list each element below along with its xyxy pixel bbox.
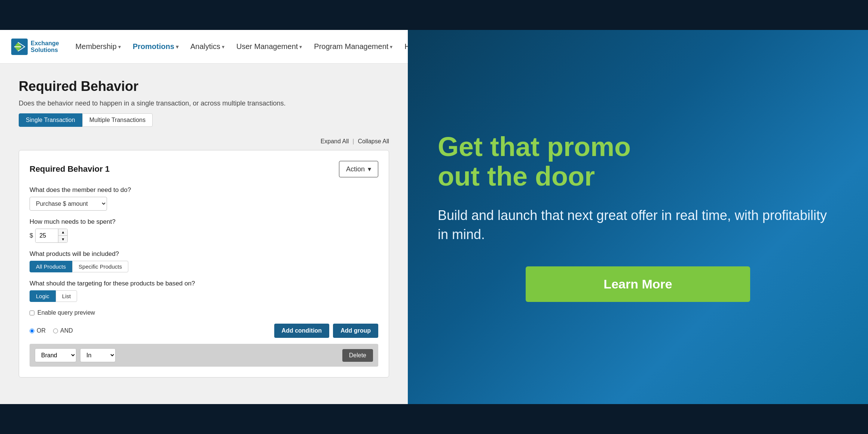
promo-panel: Get that promo out the door Build and la… [408,30,868,404]
behavior-card-title: Required Behavior 1 [30,164,110,174]
member-question-section: What does the member need to do? Purchas… [30,186,378,211]
targeting-question-section: What should the targeting for these prod… [30,280,378,302]
main-content: Required Behavior Does the behavior need… [0,64,408,404]
targeting-question-label: What should the targeting for these prod… [30,280,378,287]
learn-more-button[interactable]: Learn More [526,266,750,302]
single-transaction-btn[interactable]: Single Transaction [19,113,82,127]
or-radio-label[interactable]: OR [30,327,46,334]
nav-item-promotions[interactable]: Promotions ▾ [128,39,184,54]
chevron-down-icon: ▾ [222,44,224,50]
nav-items: Membership ▾ Promotions ▾ Analytics ▾ Us… [70,39,425,54]
nav-item-analytics[interactable]: Analytics ▾ [185,39,230,54]
decrement-btn[interactable]: ▼ [58,236,67,242]
separator: | [352,138,354,145]
spend-amount-group: $ ▲ ▼ [30,229,378,243]
query-preview-checkbox[interactable] [30,311,34,315]
or-and-row: OR AND Add condition Add group [30,324,378,338]
chevron-down-icon: ▾ [368,165,371,173]
member-question-label: What does the member need to do? [30,186,378,194]
and-radio-label[interactable]: AND [53,327,73,334]
spend-question-section: How much needs to be spent? $ ▲ ▼ [30,218,378,243]
currency-symbol: $ [30,232,33,239]
nav-item-program-management[interactable]: Program Management ▾ [309,39,398,54]
list-btn[interactable]: List [56,290,77,302]
query-preview-label[interactable]: Enable query preview [37,309,95,316]
all-products-btn[interactable]: All Products [30,261,72,272]
delete-condition-button[interactable]: Delete [342,349,373,362]
amount-spinners: ▲ ▼ [58,229,67,242]
increment-btn[interactable]: ▲ [58,229,67,236]
specific-products-btn[interactable]: Specific Products [72,261,128,272]
query-preview-row: Enable query preview [30,309,378,316]
spend-amount-input-wrap: ▲ ▼ [35,229,68,243]
targeting-toggle-group: Logic List [30,290,378,302]
and-radio[interactable] [53,328,58,333]
logo[interactable]: Exchange Solutions [11,39,59,55]
expand-collapse-controls: Expand All | Collapse All [19,138,389,145]
chevron-down-icon: ▾ [390,44,392,50]
chevron-down-icon: ▾ [118,44,121,50]
navbar: Exchange Solutions Membership ▾ Promotio… [0,30,408,64]
add-group-button[interactable]: Add group [333,324,378,338]
behavior-card: Required Behavior 1 Action ▾ What does t… [19,150,389,378]
page-subtitle: Does the behavior need to happen in a si… [19,100,389,107]
products-question-label: What products will be included? [30,250,378,258]
chevron-down-icon: ▾ [299,44,302,50]
multiple-transactions-btn[interactable]: Multiple Transactions [82,113,153,127]
behavior-card-header: Required Behavior 1 Action ▾ [30,161,378,177]
page-title: Required Behavior [19,79,389,94]
logo-icon [11,39,28,55]
transaction-toggle-group: Single Transaction Multiple Transactions [19,113,389,127]
products-toggle-group: All Products Specific Products [30,261,378,272]
action-button[interactable]: Action ▾ [339,161,378,177]
nav-item-membership[interactable]: Membership ▾ [70,39,126,54]
or-radio[interactable] [30,328,34,333]
promo-headline: Get that promo out the door [438,132,838,191]
condition-row: Brand Category SKU In Not In Equals Dele… [30,344,378,367]
chevron-down-icon: ▾ [176,44,178,50]
member-action-select[interactable]: Purchase $ amount Make a visit Purchase … [30,197,107,211]
add-condition-button[interactable]: Add condition [274,324,330,338]
logic-btn[interactable]: Logic [30,290,56,302]
spend-amount-input[interactable] [36,229,58,242]
condition-operator-select[interactable]: In Not In Equals [80,348,116,362]
nav-item-user-management[interactable]: User Management ▾ [231,39,308,54]
add-buttons: Add condition Add group [274,324,378,338]
spend-question-label: How much needs to be spent? [30,218,378,226]
products-question-section: What products will be included? All Prod… [30,250,378,272]
promo-subtext: Build and launch that next great offer i… [438,206,838,244]
collapse-all-link[interactable]: Collapse All [358,138,389,145]
expand-all-link[interactable]: Expand All [321,138,349,145]
condition-field-select[interactable]: Brand Category SKU [35,348,76,362]
